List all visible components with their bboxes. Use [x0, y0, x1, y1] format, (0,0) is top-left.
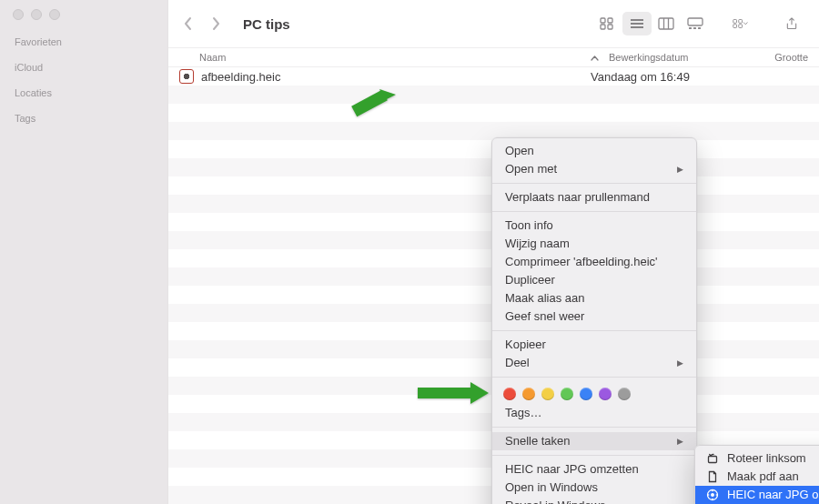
share-button[interactable] — [777, 12, 806, 35]
svg-point-20 — [712, 494, 714, 497]
menu-open-with[interactable]: Open met▶ — [492, 160, 696, 178]
tag-yellow[interactable] — [541, 388, 554, 400]
sidebar-section-tags: Tags — [0, 107, 167, 133]
chevron-right-icon: ▶ — [677, 432, 683, 450]
file-name: afbeelding.heic — [201, 70, 280, 84]
menu-heic-to-jpg[interactable]: HEIC naar JPG omzetten — [492, 460, 696, 479]
gallery-view-button[interactable] — [681, 12, 710, 35]
close-window-button[interactable] — [13, 9, 24, 20]
submenu-rotate-left[interactable]: Roteer linksom — [695, 449, 819, 468]
svg-rect-17 — [739, 25, 743, 28]
svg-rect-2 — [601, 25, 605, 29]
menu-separator — [492, 330, 696, 331]
heic-file-icon — [179, 69, 194, 84]
chevron-right-icon: ▶ — [677, 354, 683, 372]
folder-title: PC tips — [243, 16, 588, 32]
sidebar: Favorieten iCloud Locaties Tags — [0, 0, 167, 504]
menu-trash[interactable]: Verplaats naar prullenmand — [492, 188, 696, 207]
svg-rect-12 — [693, 27, 696, 29]
file-date: Vandaag om 16:49 — [591, 70, 690, 84]
sidebar-section-locations: Locaties — [0, 82, 167, 107]
menu-open[interactable]: Open — [492, 142, 696, 160]
tag-purple[interactable] — [599, 388, 612, 400]
file-list[interactable]: afbeelding.heic Vandaag om 16:49 Open Op… — [168, 67, 819, 504]
sort-indicator-icon — [591, 52, 602, 63]
list-view-button[interactable] — [622, 12, 652, 35]
svg-rect-0 — [601, 18, 605, 23]
context-menu[interactable]: Open Open met▶ Verplaats naar prullenman… — [491, 137, 697, 504]
group-by-button[interactable] — [721, 12, 761, 35]
rotate-left-icon — [706, 452, 719, 465]
tag-orange[interactable] — [522, 388, 535, 400]
menu-rename[interactable]: Wijzig naam — [492, 235, 696, 253]
toolbar-right — [593, 12, 806, 35]
view-mode-group — [593, 12, 710, 35]
svg-rect-7 — [659, 18, 673, 29]
svg-rect-1 — [608, 18, 612, 23]
col-size[interactable]: Grootte — [774, 52, 808, 63]
forward-button[interactable] — [203, 11, 228, 36]
svg-rect-3 — [608, 25, 612, 29]
svg-rect-14 — [733, 20, 737, 24]
svg-rect-16 — [733, 25, 737, 28]
menu-reveal-windows[interactable]: Reveal in Windows — [492, 497, 696, 504]
menu-separator — [492, 377, 696, 378]
zoom-window-button[interactable] — [49, 9, 60, 20]
file-name-cell: afbeelding.heic — [179, 69, 580, 84]
window-controls — [0, 9, 167, 35]
minimize-window-button[interactable] — [31, 9, 42, 20]
toolbar: PC tips — [168, 0, 819, 47]
menu-alias[interactable]: Maak alias aan — [492, 289, 696, 307]
svg-rect-11 — [689, 27, 692, 29]
main-pane: PC tips Naam Bewerkingsdatum Grootte — [167, 0, 819, 504]
chevron-right-icon: ▶ — [677, 160, 683, 178]
svg-rect-15 — [739, 20, 743, 24]
sidebar-section-icloud: iCloud — [0, 56, 167, 82]
menu-separator — [492, 183, 696, 184]
submenu-make-pdf[interactable]: Maak pdf aan — [695, 468, 819, 486]
menu-info[interactable]: Toon info — [492, 217, 696, 235]
icon-view-button[interactable] — [593, 12, 622, 35]
document-icon — [706, 470, 719, 483]
svg-rect-10 — [688, 18, 703, 25]
submenu-heic-to-jpg[interactable]: HEIC naar JPG omzetten — [695, 486, 819, 504]
tag-colors — [492, 382, 696, 404]
svg-rect-13 — [698, 27, 701, 29]
column-view-button[interactable] — [652, 12, 681, 35]
back-button[interactable] — [176, 11, 201, 36]
menu-copy[interactable]: Kopieer — [492, 336, 696, 354]
menu-duplicate[interactable]: Dupliceer — [492, 271, 696, 289]
tag-green[interactable] — [561, 388, 573, 400]
nav-buttons — [176, 11, 228, 36]
tag-gray[interactable] — [618, 388, 631, 400]
finder-window: Favorieten iCloud Locaties Tags PC tips — [0, 0, 819, 504]
menu-quicklook[interactable]: Geef snel weer — [492, 307, 696, 326]
menu-open-windows[interactable]: Open in Windows — [492, 479, 696, 497]
menu-separator — [492, 211, 696, 212]
tag-red[interactable] — [503, 388, 516, 400]
tag-blue[interactable] — [580, 388, 592, 400]
workflow-icon — [706, 489, 719, 501]
quick-actions-submenu[interactable]: Roteer linksom Maak pdf aan HEIC naar JP… — [694, 445, 819, 504]
column-header: Naam Bewerkingsdatum Grootte — [168, 47, 819, 67]
menu-compress[interactable]: Comprimeer 'afbeelding.heic' — [492, 253, 696, 271]
file-row[interactable]: afbeelding.heic Vandaag om 16:49 — [168, 67, 819, 86]
col-name[interactable]: Naam — [199, 52, 591, 63]
menu-tags[interactable]: Tags… — [492, 404, 696, 422]
svg-rect-18 — [709, 457, 717, 463]
menu-separator — [492, 455, 696, 456]
menu-share[interactable]: Deel▶ — [492, 354, 696, 372]
sidebar-section-favorites: Favorieten — [0, 35, 167, 56]
col-date[interactable]: Bewerkingsdatum — [609, 52, 753, 63]
menu-quick-actions[interactable]: Snelle taken▶ — [492, 432, 696, 450]
menu-separator — [492, 427, 696, 428]
